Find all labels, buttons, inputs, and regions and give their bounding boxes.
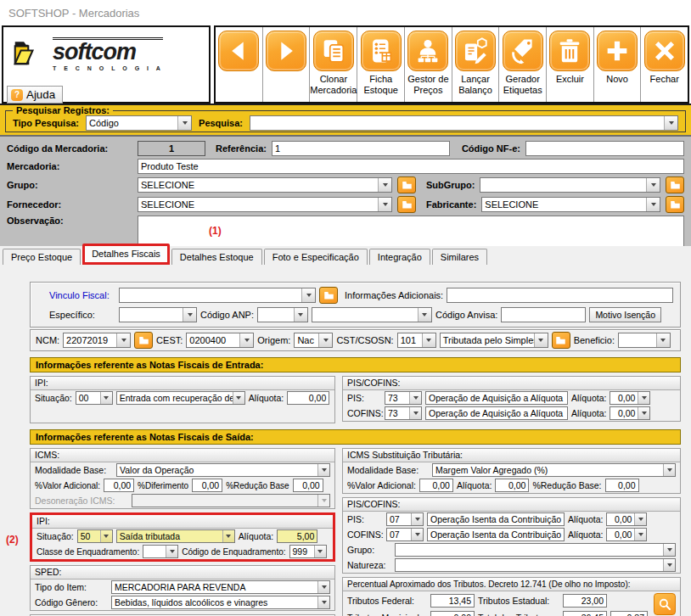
chevron-down-icon [100,530,112,542]
fabricante-select[interactable]: SELECIONE [481,197,660,212]
icms-modalidade-select[interactable]: Valor da Operação [116,463,330,477]
codigo-genero-select[interactable]: Bebidas, líquidos alcoólicos e vinagres [111,596,330,609]
ficha-estoque-button[interactable]: Ficha Estoque [357,27,405,102]
piscofins-natureza-value [396,559,663,571]
vinculo-fiscal-select[interactable] [119,288,316,303]
open-grupo-button[interactable] [397,176,416,193]
icms-st-modalidade-select[interactable]: Margem Valor Agregado (%) [432,463,676,477]
fornecedor-label: Fornecedor: [7,199,132,210]
codigo-enquadramento-label: Código de Enquadramento: [182,547,285,557]
cst-value: 101 [398,333,422,347]
tab-similares[interactable]: Similares [432,249,487,265]
saida-pis-aliquota-select[interactable]: 0,00 [606,512,647,526]
tab-detalhes-estoque[interactable]: Detalhes Estoque [171,249,262,265]
subgrupo-select[interactable] [480,177,660,193]
piscofins-grupo-label: Grupo: [347,545,391,555]
saida-cofins-aliquota-select[interactable]: 0,00 [606,528,647,541]
fechar-button[interactable]: Fechar [641,27,688,102]
tributos-extra-field[interactable]: 0,87 [610,611,648,616]
excluir-button[interactable]: Excluir [547,27,594,102]
cst-select[interactable]: 101 [397,333,436,348]
open-cst-button[interactable] [552,332,570,349]
gestor-de-precos-button[interactable]: Gestor de Preços [405,27,452,102]
open-fabricante-button[interactable] [666,196,684,213]
origem-select[interactable]: Nac [294,333,333,348]
icms-diferimento-field[interactable]: 0,00 [192,479,222,492]
icms-st-valor-adicional-field[interactable]: 0,00 [419,479,453,492]
fornecedor-value: SELECIONE [138,198,378,211]
chevron-down-icon [239,333,253,347]
classe-enquadramento-select[interactable] [143,545,178,558]
entrada-ipi-situacao-desc-select[interactable]: Entrada com recuperação de cré [116,391,245,405]
entrada-ipi-situacao-select[interactable]: 00 [76,391,113,405]
open-subgrupo-button[interactable] [666,176,684,193]
open-vinculo-button[interactable] [319,287,338,304]
icms-percent-row: %Valor Adicional: 0,00 %Diferimento 0,00… [31,478,334,493]
origem-label: Origem: [257,335,290,345]
codigo-anvisa-label: Código Anvisa: [435,310,497,320]
previous-button[interactable] [216,27,263,102]
icms-st-modalidade-row: Modalidade Base: Margem Valor Agregado (… [343,462,680,478]
saida-pis-select[interactable]: 07 [386,512,424,526]
total-tributos-field[interactable]: 36,45 [563,611,607,616]
icms-reducao-field[interactable]: 0,00 [293,479,323,492]
tributos-search-button[interactable] [654,593,676,615]
entrada-cofins-aliquota-select[interactable]: 0,00 [610,406,650,420]
tributos-municipal-field[interactable]: 0,00 [430,611,475,616]
search-type-label: Tipo Pesquisa: [13,118,79,128]
codigo-anvisa-field[interactable] [501,307,586,322]
piscofins-natureza-select[interactable] [395,558,676,572]
icms-valor-adicional-field[interactable]: 0,00 [104,479,134,492]
ncm-select[interactable]: 22072019 [63,333,131,348]
entrada-ipi-row: Situação: 00 Entrada com recuperação de … [31,390,334,406]
tab-integracao[interactable]: Integração [369,249,430,265]
codigo-anp-select[interactable] [257,307,308,322]
saida-cofins-row: COFINS: 07 Operação Isenta da Contribuiç… [343,527,680,542]
piscofins-grupo-select[interactable] [395,543,676,557]
balance-doc-icon [455,31,496,71]
tributos-federal-field[interactable]: 13,45 [430,594,475,608]
entrada-pis-aliquota-select[interactable]: 0,00 [610,391,650,405]
grupo-select[interactable]: SELECIONE [138,177,392,193]
codigo-anp-desc-select[interactable] [312,307,432,322]
referencia-field[interactable]: 1 [272,141,450,156]
tab-preco-estoque[interactable]: Preço Estoque [3,249,81,265]
entrada-cofins-select[interactable]: 73 [385,406,422,420]
saida-ipi-situacao-desc-select[interactable]: Saída tributada [116,529,235,543]
tab-foto-especificacao[interactable]: Foto e Especificação [264,249,368,265]
saida-ipi-aliquota-field[interactable]: 5,00 [277,529,317,543]
codigo-nfe-field[interactable] [525,141,684,156]
entrada-ipi-aliquota-field[interactable]: 0,00 [287,391,329,405]
help-button[interactable]: ? Ajuda [7,86,63,104]
cst-desc-select[interactable]: Tributada pelo Simples [440,333,548,348]
sped-tipo-row: Tipo do Item: MERCADORIA PARA REVENDA [31,580,334,595]
next-button[interactable] [263,27,311,102]
gerador-etiquetas-button[interactable]: Gerador Etiquetas [499,27,547,102]
lancar-balanco-button[interactable]: Lançar Balanço [452,27,500,102]
tributos-estadual-field[interactable]: 23,00 [563,594,607,608]
entrada-pis-select[interactable]: 73 [385,391,422,405]
clonar-mercadoria-button[interactable]: Clonar Mercadoria [310,27,357,102]
open-fornecedor-button[interactable] [397,196,416,213]
mercadoria-field[interactable]: Produto Teste [138,159,684,174]
pis-aliquota: 0,00 [610,392,638,404]
motivo-isencao-button[interactable]: Motivo Isenção [589,307,661,322]
referencia-label: Referência: [216,143,267,154]
search-type-select[interactable]: Código [86,115,192,131]
open-ncm-button[interactable] [134,332,153,349]
tipo-item-select[interactable]: MERCADORIA PARA REVENDA [111,580,330,594]
chevron-down-icon [317,581,329,593]
codigo-enquadramento-select[interactable]: 999 [289,545,327,558]
search-query-input[interactable] [250,115,678,131]
saida-ipi-situacao-select[interactable]: 50 [77,529,113,543]
saida-cofins-select[interactable]: 07 [386,528,424,541]
tab-detalhes-fiscais[interactable]: Detalhes Fiscais [82,244,170,265]
beneficio-select[interactable] [618,333,671,348]
novo-button[interactable]: Novo [594,27,642,102]
cest-select[interactable]: 0200400 [186,333,254,348]
icms-st-reducao-field[interactable]: 0,00 [605,479,639,492]
icms-st-aliquota-field[interactable]: 0,00 [495,479,529,492]
especifico-select[interactable] [119,307,197,322]
info-adicionais-field[interactable] [447,288,673,303]
fornecedor-select[interactable]: SELECIONE [138,197,392,212]
